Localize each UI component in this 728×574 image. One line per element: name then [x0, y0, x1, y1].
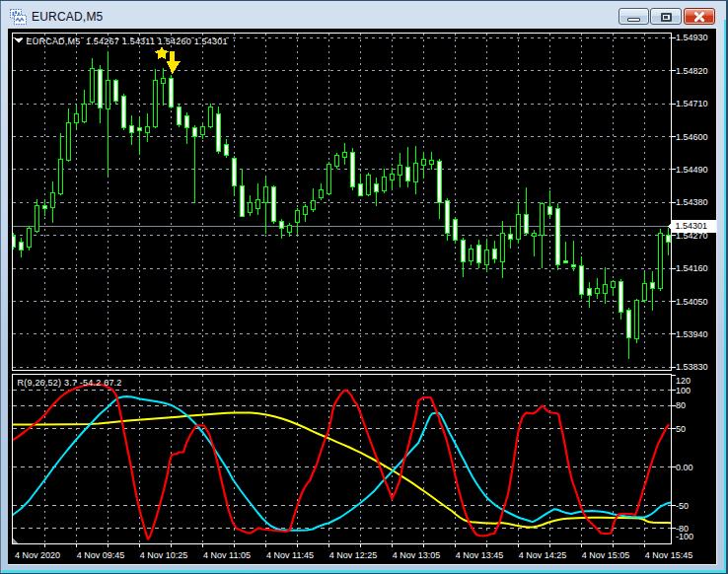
svg-text:1.54820: 1.54820: [676, 66, 708, 76]
svg-text:-100: -100: [676, 532, 693, 541]
svg-text:1.54490: 1.54490: [676, 165, 708, 175]
svg-text:1.54160: 1.54160: [676, 263, 708, 273]
svg-text:4 Nov 12:25: 4 Nov 12:25: [329, 550, 378, 560]
svg-text:0.00: 0.00: [676, 463, 693, 472]
svg-text:1.54930: 1.54930: [676, 33, 708, 42]
svg-text:4 Nov 10:25: 4 Nov 10:25: [140, 550, 188, 560]
svg-text:EURCAD,M5 1.54267 1.54311 1.5: EURCAD,M5 1.54267 1.54311 1.54260 1.5430…: [27, 36, 228, 46]
svg-text:R(9,26,52) 3.7 -54.2 67.2: R(9,26,52) 3.7 -54.2 67.2: [18, 378, 122, 388]
svg-text:1.53940: 1.53940: [676, 329, 708, 339]
svg-text:100: 100: [676, 386, 691, 395]
svg-text:4 Nov 15:05: 4 Nov 15:05: [582, 550, 630, 560]
svg-text:1.53830: 1.53830: [676, 362, 708, 372]
svg-text:4 Nov 14:25: 4 Nov 14:25: [519, 550, 567, 560]
svg-text:-50: -50: [676, 501, 689, 511]
svg-text:4 Nov 2020: 4 Nov 2020: [15, 550, 60, 560]
svg-text:1.54301: 1.54301: [676, 221, 708, 231]
svg-text:120: 120: [676, 376, 691, 386]
svg-text:4 Nov 11:05: 4 Nov 11:05: [203, 550, 251, 560]
svg-text:1.54600: 1.54600: [676, 132, 708, 142]
svg-text:4 Nov 09:45: 4 Nov 09:45: [77, 550, 125, 560]
svg-text:1.54380: 1.54380: [676, 197, 708, 207]
svg-text:1.54050: 1.54050: [676, 297, 708, 307]
svg-text:4 Nov 15:45: 4 Nov 15:45: [645, 550, 693, 560]
svg-text:1.54710: 1.54710: [676, 99, 708, 108]
svg-text:4 Nov 13:45: 4 Nov 13:45: [456, 550, 504, 560]
svg-text:80: 80: [676, 400, 686, 410]
svg-text:50: 50: [676, 424, 686, 434]
svg-text:4 Nov 11:45: 4 Nov 11:45: [266, 550, 314, 560]
svg-text:4 Nov 13:05: 4 Nov 13:05: [393, 550, 441, 560]
